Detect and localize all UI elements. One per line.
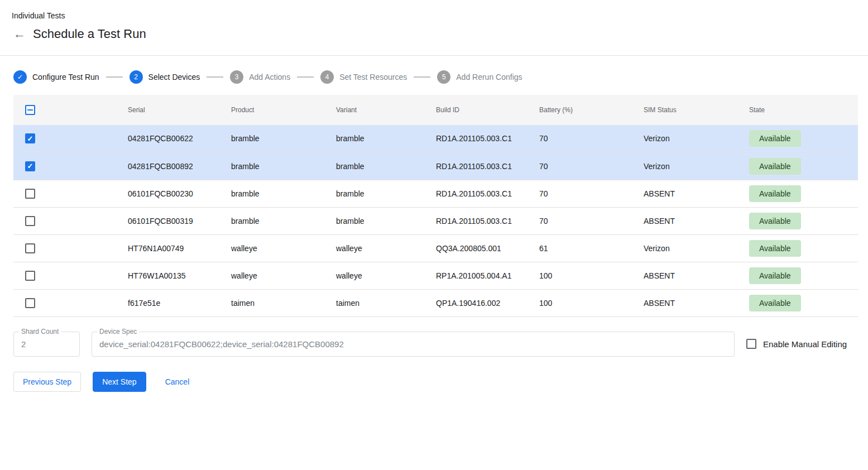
column-header-variant: Variant bbox=[336, 95, 436, 125]
row-checkbox[interactable] bbox=[25, 271, 35, 281]
column-header-serial: Serial bbox=[128, 95, 231, 125]
state-badge: Available bbox=[749, 213, 801, 229]
row-checkbox[interactable]: ✓ bbox=[25, 133, 35, 143]
breadcrumb: Individual Tests bbox=[12, 11, 868, 20]
previous-step-button[interactable]: Previous Step bbox=[13, 372, 81, 392]
step-connector bbox=[207, 76, 223, 78]
cell-build-id: RD1A.201105.003.C1 bbox=[436, 207, 539, 234]
table-row[interactable]: 06101FQCB00319bramblebrambleRD1A.201105.… bbox=[13, 207, 858, 234]
cell-variant: taimen bbox=[336, 289, 436, 316]
enable-manual-editing-checkbox[interactable] bbox=[746, 339, 756, 349]
cell-serial: 04281FQCB00622 bbox=[128, 125, 231, 152]
table-row[interactable]: f617e51etaimentaimenQP1A.190416.002100AB… bbox=[13, 289, 858, 316]
table-row[interactable]: 06101FQCB00230bramblebrambleRD1A.201105.… bbox=[13, 180, 858, 207]
row-checkbox[interactable] bbox=[25, 216, 35, 226]
cell-variant: bramble bbox=[336, 125, 436, 152]
cell-product: bramble bbox=[231, 125, 336, 152]
cell-serial: HT76W1A00135 bbox=[128, 262, 231, 289]
step-connector bbox=[297, 76, 314, 78]
cell-sim-status: ABSENT bbox=[644, 262, 749, 289]
step-number: 4 bbox=[320, 70, 334, 84]
step-check-icon: ✓ bbox=[13, 70, 27, 84]
state-badge: Available bbox=[749, 130, 801, 147]
cell-state: Available bbox=[749, 289, 858, 316]
enable-manual-editing-label: Enable Manual Editing bbox=[763, 339, 847, 349]
table-row[interactable]: ✓04281FQCB00892bramblebrambleRD1A.201105… bbox=[13, 152, 858, 180]
column-header-state: State bbox=[749, 95, 858, 125]
cell-battery: 70 bbox=[539, 152, 644, 180]
cell-product: walleye bbox=[231, 234, 336, 262]
step-label: Add Actions bbox=[249, 73, 290, 81]
state-badge: Available bbox=[749, 158, 801, 175]
cell-product: bramble bbox=[231, 207, 336, 234]
step-connector bbox=[414, 76, 430, 78]
step-connector bbox=[106, 76, 123, 78]
cell-sim-status: Verizon bbox=[644, 152, 749, 180]
table-row[interactable]: HT76W1A00135walleyewalleyeRP1A.201005.00… bbox=[13, 262, 858, 289]
cell-variant: bramble bbox=[336, 180, 436, 207]
column-header-product: Product bbox=[231, 95, 336, 125]
action-bar: Previous Step Next Step Cancel bbox=[13, 372, 855, 392]
back-arrow-icon[interactable]: ← bbox=[12, 28, 27, 40]
form-row: Shard Count 2 Device Spec device_serial:… bbox=[13, 332, 855, 357]
column-header-battery: Battery (%) bbox=[539, 95, 644, 125]
cell-sim-status: Verizon bbox=[644, 234, 749, 262]
cell-build-id: RP1A.201005.004.A1 bbox=[436, 262, 539, 289]
next-step-button[interactable]: Next Step bbox=[93, 372, 146, 392]
cell-sim-status: ABSENT bbox=[644, 207, 749, 234]
cell-variant: bramble bbox=[336, 152, 436, 180]
cell-serial: f617e51e bbox=[128, 289, 231, 316]
cell-state: Available bbox=[749, 125, 858, 152]
cell-variant: bramble bbox=[336, 207, 436, 234]
step-label: Select Devices bbox=[148, 73, 200, 81]
step-configure-test-run[interactable]: ✓Configure Test Run bbox=[13, 70, 99, 84]
step-add-actions[interactable]: 3Add Actions bbox=[230, 70, 290, 84]
row-checkbox[interactable]: ✓ bbox=[25, 161, 35, 171]
cell-build-id: RD1A.201105.003.C1 bbox=[436, 152, 539, 180]
shard-count-field[interactable]: Shard Count 2 bbox=[13, 332, 80, 357]
stepper: ✓Configure Test Run2Select Devices3Add A… bbox=[0, 56, 868, 95]
select-all-checkbox[interactable] bbox=[25, 105, 35, 115]
table-row[interactable]: ✓04281FQCB00622bramblebrambleRD1A.201105… bbox=[13, 125, 858, 152]
step-label: Set Test Resources bbox=[339, 73, 407, 81]
step-select-devices[interactable]: 2Select Devices bbox=[130, 70, 200, 84]
device-spec-field[interactable]: Device Spec device_serial:04281FQCB00622… bbox=[92, 332, 735, 357]
cell-build-id: RD1A.201105.003.C1 bbox=[436, 125, 539, 152]
cell-serial: 06101FQCB00319 bbox=[128, 207, 231, 234]
device-table: Serial Product Variant Build ID Battery … bbox=[13, 95, 858, 317]
table-row[interactable]: HT76N1A00749walleyewalleyeQQ3A.200805.00… bbox=[13, 234, 858, 262]
cell-state: Available bbox=[749, 234, 858, 262]
column-header-sim-status: SIM Status bbox=[644, 95, 749, 125]
cell-build-id: QQ3A.200805.001 bbox=[436, 234, 539, 262]
cell-state: Available bbox=[749, 152, 858, 180]
cell-battery: 61 bbox=[539, 234, 644, 262]
enable-manual-editing[interactable]: Enable Manual Editing bbox=[746, 339, 847, 349]
cell-battery: 70 bbox=[539, 207, 644, 234]
table-header-row: Serial Product Variant Build ID Battery … bbox=[13, 95, 858, 125]
step-number: 3 bbox=[230, 70, 243, 84]
cell-battery: 70 bbox=[539, 180, 644, 207]
cell-battery: 100 bbox=[539, 289, 644, 316]
row-checkbox[interactable] bbox=[25, 189, 35, 199]
cell-product: taimen bbox=[231, 289, 336, 316]
row-checkbox[interactable] bbox=[25, 298, 35, 308]
column-header-build-id: Build ID bbox=[436, 95, 539, 125]
cell-state: Available bbox=[749, 180, 858, 207]
row-checkbox[interactable] bbox=[25, 243, 35, 253]
cell-variant: walleye bbox=[336, 234, 436, 262]
state-badge: Available bbox=[749, 267, 801, 284]
step-number: 2 bbox=[130, 70, 143, 84]
cell-sim-status: Verizon bbox=[644, 125, 749, 152]
page-title: Schedule a Test Run bbox=[33, 27, 146, 41]
cancel-button[interactable]: Cancel bbox=[156, 372, 199, 392]
cell-battery: 70 bbox=[539, 125, 644, 152]
cell-serial: HT76N1A00749 bbox=[128, 234, 231, 262]
cell-battery: 100 bbox=[539, 262, 644, 289]
cell-product: bramble bbox=[231, 152, 336, 180]
shard-count-value: 2 bbox=[21, 339, 26, 349]
step-set-test-resources[interactable]: 4Set Test Resources bbox=[320, 70, 407, 84]
step-add-rerun-configs[interactable]: 5Add Rerun Configs bbox=[437, 70, 522, 84]
page-header: Individual Tests ← Schedule a Test Run bbox=[0, 0, 868, 56]
cell-product: walleye bbox=[231, 262, 336, 289]
cell-serial: 06101FQCB00230 bbox=[128, 180, 231, 207]
